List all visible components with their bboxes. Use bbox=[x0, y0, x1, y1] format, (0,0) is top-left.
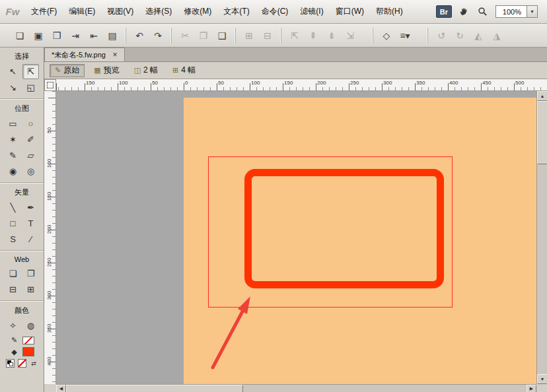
rounded-rectangle-shape[interactable] bbox=[244, 169, 444, 288]
fill-color-well[interactable] bbox=[22, 347, 34, 356]
menu-item[interactable]: 视图(V) bbox=[101, 3, 139, 20]
menu-item[interactable]: 帮助(H) bbox=[370, 3, 409, 20]
ruler-label: 150 bbox=[284, 80, 293, 86]
export-button[interactable]: ⇤ bbox=[86, 28, 102, 44]
undo-button[interactable]: ↶ bbox=[131, 28, 147, 44]
print-button[interactable]: ▤ bbox=[104, 28, 120, 44]
bring-to-front-button[interactable]: ⇱ bbox=[287, 28, 303, 44]
chevron-down-icon[interactable]: ▾ bbox=[527, 6, 537, 17]
ruler-label: 400 bbox=[46, 357, 52, 366]
brush-tool[interactable]: ✐ bbox=[22, 132, 39, 147]
menu-item[interactable]: 文本(T) bbox=[217, 3, 255, 20]
lasso-tool[interactable]: ○ bbox=[22, 116, 39, 131]
ruler-label: 100 bbox=[119, 80, 128, 86]
rectangle-tool[interactable]: □ bbox=[5, 216, 21, 231]
vertical-scrollbar[interactable]: ▲ ▼ bbox=[536, 91, 547, 384]
bring-forward-button[interactable]: ⇞ bbox=[305, 28, 321, 44]
tool-section-label: Web bbox=[0, 254, 44, 266]
subselection-tool[interactable]: ⇱ bbox=[22, 64, 39, 79]
swap-colors-button[interactable]: ⇄ bbox=[30, 359, 38, 368]
ungroup-button[interactable]: ⊟ bbox=[260, 28, 275, 44]
ruler-label: 50 bbox=[46, 126, 52, 135]
paste-button[interactable]: ❑ bbox=[214, 28, 230, 44]
menu-item[interactable]: 修改(M) bbox=[178, 3, 217, 20]
menu-item[interactable]: 滤镜(I) bbox=[294, 3, 329, 20]
blur-tool[interactable]: ◉ bbox=[5, 164, 21, 179]
select-behind-tool[interactable]: ↘ bbox=[5, 80, 21, 95]
view-mode-icon: ▦ bbox=[94, 66, 100, 75]
ruler-label: 500 bbox=[515, 80, 524, 86]
no-color-button[interactable] bbox=[18, 359, 26, 368]
bridge-button[interactable]: Br bbox=[436, 5, 452, 18]
vertical-scroll-thumb[interactable] bbox=[537, 101, 547, 164]
pointer-tool[interactable]: ↖ bbox=[5, 64, 21, 79]
line-tool[interactable]: ╲ bbox=[5, 200, 21, 215]
view-2up-button[interactable]: ◫ 2 幅 bbox=[129, 64, 163, 77]
show-slices-tool[interactable]: ⊞ bbox=[22, 282, 39, 297]
default-colors-button[interactable] bbox=[6, 359, 15, 368]
import-button[interactable]: ⇥ bbox=[67, 28, 83, 44]
horizontal-scrollbar[interactable]: ◀ ▶ bbox=[56, 384, 536, 392]
menu-item[interactable]: 文件(F) bbox=[25, 3, 63, 20]
document-tab[interactable]: *未命名-5.fw.png × bbox=[44, 48, 125, 61]
zoom-level-select[interactable]: 100% ▾ bbox=[495, 5, 538, 18]
scroll-left-icon[interactable]: ◀ bbox=[56, 385, 66, 392]
horizontal-scroll-thumb[interactable] bbox=[66, 385, 243, 392]
group-tool-group: ⊞⊟ bbox=[235, 28, 281, 44]
save-button[interactable]: ▣ bbox=[30, 28, 46, 44]
vertical-ruler[interactable]: 50100150200250300350400 bbox=[44, 91, 56, 384]
pen-tool[interactable]: ✒ bbox=[22, 200, 39, 215]
rotate-cw-button[interactable]: ↻ bbox=[452, 28, 468, 44]
flip-horizontal-button[interactable]: ◭ bbox=[470, 28, 486, 44]
ruler-origin-box[interactable] bbox=[44, 79, 56, 91]
menu-item[interactable]: 命令(C) bbox=[256, 3, 295, 20]
rubber-stamp-tool[interactable]: ◎ bbox=[22, 164, 39, 179]
tool-section-label: 位图 bbox=[0, 102, 44, 116]
tab-close-icon[interactable]: × bbox=[111, 50, 119, 59]
eraser-tool[interactable]: ▱ bbox=[22, 148, 39, 163]
view-4up-button[interactable]: ⊞ 4 幅 bbox=[167, 64, 201, 77]
free-transform-button[interactable]: ◇ bbox=[379, 28, 394, 44]
marquee-tool[interactable]: ▭ bbox=[5, 116, 21, 131]
view-mode-icon: ⊞ bbox=[172, 66, 178, 75]
horizontal-ruler[interactable]: 15010050050100150200250300350400450500 bbox=[56, 79, 547, 91]
scroll-down-icon[interactable]: ▼ bbox=[537, 374, 547, 384]
view-preview-button[interactable]: ▦ 预览 bbox=[89, 64, 124, 77]
open-button[interactable]: ❒ bbox=[49, 28, 65, 44]
scrollbar-corner bbox=[44, 384, 56, 392]
pencil-tool[interactable]: ✎ bbox=[5, 148, 21, 163]
group-button[interactable]: ⊞ bbox=[241, 28, 257, 44]
eyedropper-tool[interactable]: ✧ bbox=[5, 318, 21, 333]
canvas-document[interactable] bbox=[184, 98, 536, 384]
stroke-color-well[interactable] bbox=[22, 337, 34, 344]
hide-slices-tool[interactable]: ⊟ bbox=[5, 282, 21, 297]
crop-tool[interactable]: ◱ bbox=[22, 80, 39, 95]
scrollbar-corner bbox=[536, 384, 547, 392]
send-backward-button[interactable]: ⇟ bbox=[324, 28, 340, 44]
flip-vertical-button[interactable]: ◮ bbox=[489, 28, 505, 44]
knife-tool[interactable]: ∕ bbox=[22, 232, 39, 247]
menu-item[interactable]: 编辑(E) bbox=[63, 3, 101, 20]
slice-tool[interactable]: ❐ bbox=[22, 266, 39, 281]
rotate-ccw-button[interactable]: ↺ bbox=[433, 28, 449, 44]
scroll-up-icon[interactable]: ▲ bbox=[537, 91, 547, 101]
default-white-swatch bbox=[9, 362, 13, 366]
magic-wand-tool[interactable]: ✶ bbox=[5, 132, 21, 147]
hotspot-tool[interactable]: ❏ bbox=[5, 266, 21, 281]
menu-item[interactable]: 窗口(W) bbox=[330, 3, 370, 20]
hand-tool-icon[interactable] bbox=[458, 6, 470, 18]
text-tool[interactable]: T bbox=[22, 216, 39, 231]
new-document-button[interactable]: ❏ bbox=[12, 28, 28, 44]
cut-button[interactable]: ✂ bbox=[177, 28, 193, 44]
align-button[interactable]: ≡▾ bbox=[397, 28, 413, 44]
redo-button[interactable]: ↷ bbox=[150, 28, 166, 44]
view-original-button[interactable]: ✎ 原始 bbox=[50, 64, 85, 77]
menu-item[interactable]: 选择(S) bbox=[139, 3, 178, 20]
paint-bucket-tool[interactable]: ◍ bbox=[22, 318, 39, 333]
scroll-right-icon[interactable]: ▶ bbox=[527, 385, 536, 392]
send-to-back-button[interactable]: ⇲ bbox=[342, 28, 358, 44]
canvas-viewport[interactable] bbox=[56, 91, 536, 384]
copy-button[interactable]: ❐ bbox=[196, 28, 211, 44]
freeform-tool[interactable]: S bbox=[5, 232, 21, 247]
search-icon[interactable] bbox=[477, 6, 489, 18]
